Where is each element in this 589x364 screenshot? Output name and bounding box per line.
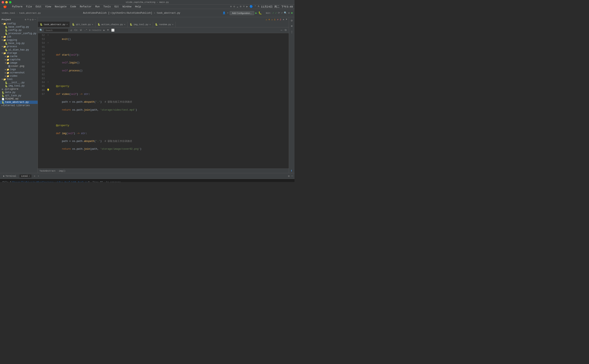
avatar-icon[interactable]: ● bbox=[291, 11, 293, 15]
search-case-icon[interactable]: Cc bbox=[74, 29, 78, 32]
search-icon-bar[interactable]: 🔍 bbox=[39, 29, 43, 32]
sidebar-collapse-icon[interactable]: ≡ bbox=[27, 18, 29, 21]
search-highlight-icon[interactable]: ⬜ bbox=[111, 29, 115, 32]
git-check2[interactable]: ✓ bbox=[275, 12, 277, 14]
git-undo[interactable]: ↩ bbox=[281, 12, 283, 14]
sidebar-sort-icon[interactable]: ⇅ bbox=[30, 18, 31, 21]
menu-pycharm[interactable]: PyCharm bbox=[10, 5, 24, 9]
search-icon[interactable]: 🔍 bbox=[284, 12, 287, 14]
terminal-tab-local[interactable]: Local ✕ bbox=[19, 175, 32, 178]
menu-window[interactable]: Window bbox=[121, 5, 133, 9]
terminal-dropdown-button[interactable]: ▾ bbox=[38, 175, 39, 177]
search-word-icon[interactable]: W bbox=[79, 29, 82, 32]
search-refresh-icon[interactable]: ↺ bbox=[70, 29, 73, 32]
terminal-close-icon[interactable]: — bbox=[291, 175, 293, 177]
window-controls[interactable] bbox=[2, 1, 12, 3]
code-content[interactable]: exit() def start(self): self.login() sel… bbox=[50, 33, 289, 169]
sidebar-locate-icon[interactable]: ⊕ bbox=[25, 18, 26, 21]
sidebar-item-config[interactable]: ▼ 📁 config bbox=[0, 22, 38, 25]
sidebar-item-task-abstract[interactable]: 🐍 task_abstract.py bbox=[0, 101, 38, 104]
sidebar-item-screenshot[interactable]: ▶ 📁 screenshot bbox=[0, 71, 38, 74]
sidebar-item-logging[interactable]: ▼ 📁 logging bbox=[0, 39, 38, 42]
sidebar-item-tool[interactable]: ▼ 📁 tool bbox=[0, 78, 38, 81]
menu-icon-2[interactable]: ⚙ bbox=[233, 5, 235, 9]
warning-nav-down[interactable]: ▼ bbox=[286, 18, 287, 21]
debug-button[interactable]: 🐛 bbox=[258, 11, 262, 15]
terminal-content[interactable]: File "/Users/lishiye/pythonSrc/easy_vide… bbox=[0, 179, 295, 182]
warning-nav-up[interactable]: ▲ bbox=[283, 18, 284, 21]
terminal-tab-terminal[interactable]: ▶ Terminal bbox=[2, 174, 18, 178]
maximize-button[interactable] bbox=[9, 1, 12, 3]
sidebar-item-video[interactable]: ▶ 📁 video bbox=[0, 74, 38, 78]
tab-close-task-abstract[interactable]: ✕ bbox=[66, 23, 68, 26]
menu-icon-8[interactable]: * bbox=[254, 5, 256, 9]
menu-tools[interactable]: Tools bbox=[102, 5, 112, 9]
tab-close-img-tool[interactable]: ✕ bbox=[149, 23, 151, 26]
search-input[interactable] bbox=[44, 28, 69, 32]
search-more-icon[interactable]: ⋯ bbox=[280, 29, 283, 32]
menu-edit[interactable]: Edit bbox=[34, 5, 43, 9]
menu-file[interactable]: File bbox=[24, 5, 33, 9]
sidebar-item-img-tool[interactable]: 🐍 img_tool.py bbox=[0, 84, 38, 88]
menu-icon-4[interactable]: ⊞ bbox=[240, 5, 241, 9]
minimize-button[interactable] bbox=[5, 1, 8, 3]
menu-icon-6[interactable]: ▶ bbox=[246, 5, 248, 9]
sidebar-item-image[interactable]: ▼ 📁 image bbox=[0, 61, 38, 65]
sidebar-item-init[interactable]: 🐍 __init__.py bbox=[0, 81, 38, 84]
terminal-add-button[interactable]: ＋ bbox=[33, 174, 36, 178]
tab-action-chains[interactable]: 🐍 action_chains.py ✕ bbox=[96, 22, 128, 27]
sidebar-item-processor-config[interactable]: 🐍 processor_config.py bbox=[0, 32, 38, 35]
sidebar-close-icon[interactable]: — bbox=[34, 18, 36, 21]
tab-img-tool[interactable]: 🐍 img_tool.py ✕ bbox=[128, 22, 153, 27]
sidebar-item-process[interactable]: ▼ 📁 process bbox=[0, 45, 38, 48]
sidebar-item-captcha[interactable]: ▶ 📁 captcha bbox=[0, 58, 38, 61]
menu-icon-5[interactable]: ⌘ bbox=[243, 5, 245, 9]
sidebar-item-cover-png[interactable]: 🖼 cover.png bbox=[0, 65, 38, 68]
add-configuration-button[interactable]: Add Configuration... bbox=[230, 11, 254, 15]
tab-task-abstract[interactable]: 🐍 task_abstract.py ✕ bbox=[38, 22, 70, 27]
menu-code[interactable]: Code bbox=[69, 5, 78, 9]
tab-close-action-chains[interactable]: ✕ bbox=[124, 23, 125, 26]
sidebar-item-base-config[interactable]: 🐍 base_config.py bbox=[0, 25, 38, 29]
menu-help[interactable]: Help bbox=[133, 5, 142, 9]
menu-run[interactable]: Run bbox=[94, 5, 101, 9]
menu-icon-9[interactable]: A bbox=[258, 5, 259, 9]
sidebar-item-lib[interactable]: ▶ 📁 lib bbox=[0, 35, 38, 39]
tab-qtt-task[interactable]: 🐍 qtt_task.py ✕ bbox=[70, 22, 95, 27]
sidebar-settings-icon[interactable]: ⚙ bbox=[32, 18, 33, 21]
run-button[interactable]: ▶ bbox=[255, 11, 257, 15]
settings-icon[interactable]: ⚙ bbox=[288, 12, 290, 14]
right-icon-expand[interactable]: ≡ bbox=[289, 24, 294, 29]
terminal-local-close[interactable]: ✕ bbox=[29, 175, 30, 177]
git-history[interactable]: ⟳ bbox=[278, 12, 280, 14]
search-regex-icon[interactable]: .* bbox=[84, 29, 88, 32]
sidebar-item-storage[interactable]: ▼ 📁 storage bbox=[0, 52, 38, 55]
git-check[interactable]: ✓ bbox=[272, 12, 274, 14]
sidebar-item-logs[interactable]: ▶ 📁 logs bbox=[0, 68, 38, 71]
code-editor[interactable]: 52 53 54 55 56 57 58 59 60 61 62 63 64 6… bbox=[38, 33, 289, 169]
menu-navigate[interactable]: Navigate bbox=[53, 5, 68, 9]
sidebar-item-external-libs[interactable]: ▶ External Libraries bbox=[0, 104, 38, 107]
close-button[interactable] bbox=[2, 1, 4, 3]
terminal-settings-icon[interactable]: ⚙ bbox=[288, 175, 290, 178]
sidebar-item-config-py[interactable]: 🐍 config.py bbox=[0, 29, 38, 32]
sidebar-item-yi-dian-hao[interactable]: 🐍 yi_dian_hao.py bbox=[0, 48, 38, 52]
sidebar-item-qtt-task[interactable]: 🐍 qtt_task.py bbox=[0, 94, 38, 97]
sidebar-item-cache[interactable]: ▶ 📁 cache bbox=[0, 55, 38, 58]
right-icon-bookmark[interactable]: ⚙ bbox=[289, 18, 294, 23]
search-filter-icon[interactable]: ⧉ bbox=[284, 29, 287, 32]
menu-icon-3[interactable]: ☁ bbox=[237, 5, 238, 9]
breadcrumb-video-tool[interactable]: video_tool bbox=[2, 12, 15, 14]
menu-git[interactable]: Git bbox=[113, 5, 121, 9]
sidebar-item-readme[interactable]: 📄 README.md bbox=[0, 97, 38, 101]
search-prev-icon[interactable]: ▲ bbox=[103, 29, 105, 32]
search-next-icon[interactable]: ▼ bbox=[107, 29, 110, 32]
menu-view[interactable]: View bbox=[44, 5, 53, 9]
tab-close-qtt-task[interactable]: ✕ bbox=[92, 23, 93, 26]
breadcrumb-class[interactable]: TaskAbstract bbox=[39, 170, 56, 172]
menu-icon-7[interactable]: 🔵 bbox=[250, 5, 253, 9]
sidebar-item-meta[interactable]: 🐍 meta.py bbox=[0, 91, 38, 94]
breadcrumb-method[interactable]: img() bbox=[59, 170, 65, 172]
sidebar-item-gitignore[interactable]: ⚙ .gitignore bbox=[0, 88, 38, 91]
tab-close-random[interactable]: ✕ bbox=[172, 23, 174, 26]
